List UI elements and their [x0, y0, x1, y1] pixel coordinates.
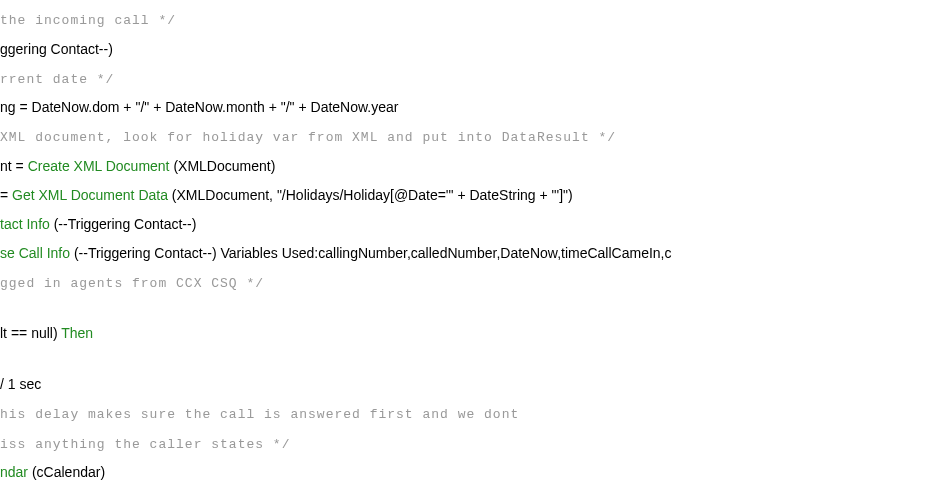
code-text: ggering Contact--)	[0, 41, 113, 57]
code-text: nt =	[0, 158, 28, 174]
keyword-text: ndar	[0, 464, 28, 480]
code-text: lt == null)	[0, 325, 61, 341]
code-text: ng = DateNow.dom + "/" + DateNow.month +…	[0, 99, 398, 115]
code-text: (--Triggering Contact--)	[50, 216, 197, 232]
comment-text: his delay makes sure the call is answere…	[0, 407, 519, 422]
code-line-0: the incoming call */	[0, 5, 950, 35]
comment-text: XML document, look for holiday var from …	[0, 130, 616, 145]
keyword-text: tact Info	[0, 216, 50, 232]
code-text: / 1 sec	[0, 376, 41, 392]
code-text: (XMLDocument)	[170, 158, 276, 174]
code-line-16: ndar (cCalendar)	[0, 458, 950, 487]
code-text: (--Triggering Contact--) Variables Used:…	[70, 245, 671, 261]
blank-line	[0, 297, 950, 319]
comment-text: gged in agents from CCX CSQ */	[0, 276, 264, 291]
code-line-4: XML document, look for holiday var from …	[0, 122, 950, 152]
code-line-8: se Call Info (--Triggering Contact--) Va…	[0, 239, 950, 268]
blank-line	[0, 348, 950, 370]
code-line-5: nt = Create XML Document (XMLDocument)	[0, 152, 950, 181]
code-editor-viewport: the incoming call */ggering Contact--)rr…	[0, 5, 950, 487]
keyword-text: Get XML Document Data	[12, 187, 168, 203]
keyword-text: se Call Info	[0, 245, 70, 261]
code-line-9: gged in agents from CCX CSQ */	[0, 268, 950, 298]
code-line-3: ng = DateNow.dom + "/" + DateNow.month +…	[0, 93, 950, 122]
code-line-13: / 1 sec	[0, 370, 950, 399]
keyword-text: Create XML Document	[28, 158, 170, 174]
code-line-15: iss anything the caller states */	[0, 429, 950, 459]
code-line-11: lt == null) Then	[0, 319, 950, 348]
code-line-2: rrent date */	[0, 64, 950, 94]
code-line-1: ggering Contact--)	[0, 35, 950, 64]
code-text: (cCalendar)	[28, 464, 105, 480]
code-line-7: tact Info (--Triggering Contact--)	[0, 210, 950, 239]
comment-text: iss anything the caller states */	[0, 437, 290, 452]
code-line-14: his delay makes sure the call is answere…	[0, 399, 950, 429]
comment-text: the incoming call */	[0, 13, 176, 28]
keyword-text: Then	[61, 325, 93, 341]
code-text: (XMLDocument, "/Holidays/Holiday[@Date='…	[168, 187, 573, 203]
code-text: =	[0, 187, 12, 203]
code-line-6: = Get XML Document Data (XMLDocument, "/…	[0, 181, 950, 210]
comment-text: rrent date */	[0, 72, 114, 87]
